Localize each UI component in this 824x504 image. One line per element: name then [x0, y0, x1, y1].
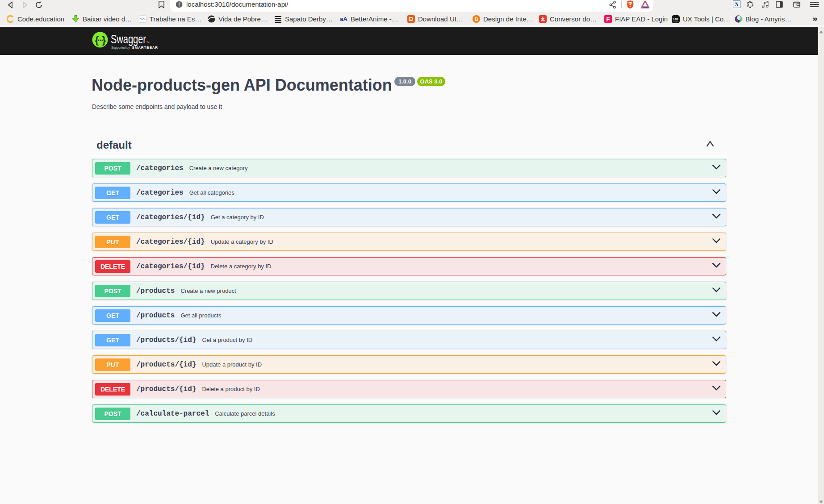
- svg-text:B: B: [475, 17, 478, 22]
- svg-text:F: F: [606, 16, 610, 23]
- svg-text:S: S: [735, 0, 738, 8]
- svg-text:D: D: [409, 16, 413, 22]
- svg-text:TOOLS: TOOLS: [673, 21, 678, 22]
- svg-text:}: }: [102, 34, 106, 46]
